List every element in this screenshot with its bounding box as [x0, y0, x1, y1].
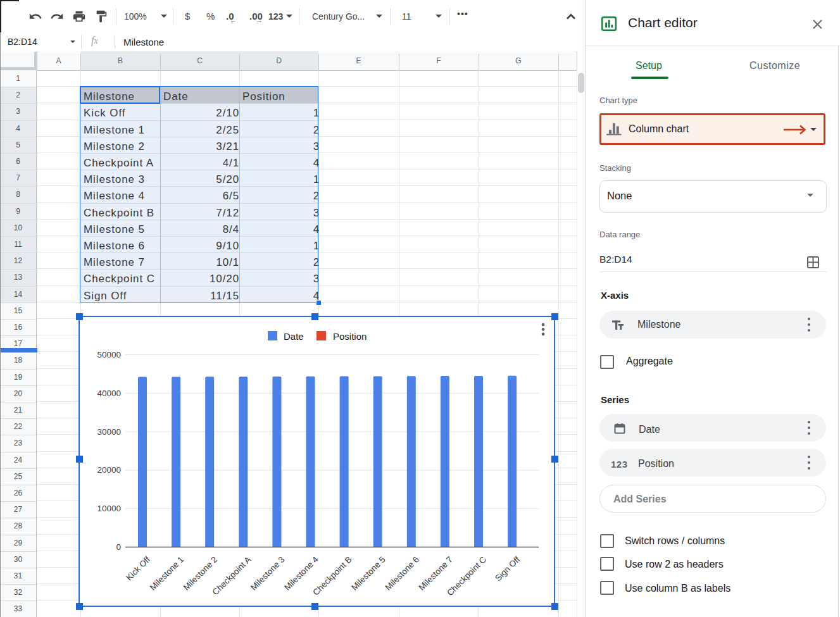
svg-text:Kick Off: Kick Off: [124, 554, 152, 582]
svg-text:20000: 20000: [97, 465, 121, 475]
svg-text:10000: 10000: [97, 504, 121, 513]
svg-text:40000: 40000: [97, 389, 121, 398]
svg-text:Date: Date: [284, 331, 304, 342]
svg-text:Milestone 6: Milestone 6: [383, 555, 420, 592]
svg-text:50000: 50000: [97, 350, 121, 359]
svg-text:Position: Position: [333, 331, 367, 342]
svg-text:Sign Off: Sign Off: [493, 554, 522, 583]
svg-text:Milestone 5: Milestone 5: [349, 555, 387, 592]
svg-text:0: 0: [116, 542, 121, 552]
svg-text:30000: 30000: [97, 427, 121, 437]
svg-text:Milestone 3: Milestone 3: [249, 555, 286, 592]
svg-text:Milestone 1: Milestone 1: [148, 555, 185, 592]
